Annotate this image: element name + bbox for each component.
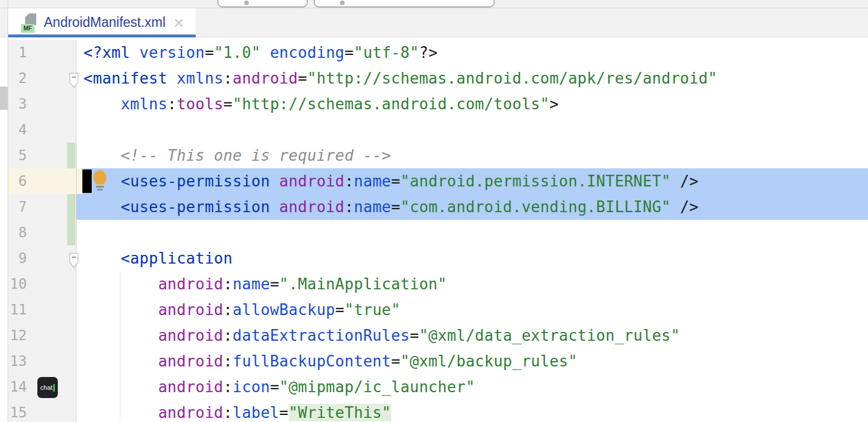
code-text: android:icon="@mipmap/ic_launcher" <box>84 378 475 396</box>
line-number[interactable]: 11 <box>8 297 27 323</box>
code-line[interactable]: 4 <box>8 117 868 143</box>
code-text-cell[interactable]: <application <box>77 245 868 271</box>
bulb-base-line <box>96 186 104 188</box>
line-number[interactable]: 1 <box>8 40 27 65</box>
code-line[interactable]: 9 <application <box>8 245 868 271</box>
tab-androidmanifest[interactable]: MF AndroidManifest.xml × <box>8 8 196 37</box>
vcs-change-marker[interactable] <box>67 220 75 245</box>
line-number[interactable]: 13 <box>8 348 27 374</box>
gutter-cell: 10 <box>8 271 77 297</box>
bulb-head <box>93 170 106 185</box>
code-text-cell[interactable]: android:icon="@mipmap/ic_launcher" <box>77 374 868 400</box>
code-text: android:fullBackupContent="@xml/backup_r… <box>84 352 578 370</box>
code-line[interactable]: 12 android:dataExtractionRules="@xml/dat… <box>8 323 868 348</box>
line-number[interactable]: 10 <box>8 271 27 297</box>
tab-title: AndroidManifest.xml <box>44 15 165 30</box>
vcs-change-marker[interactable] <box>67 194 75 220</box>
code-line[interactable]: 11 android:allowBackup="true" <box>8 297 868 323</box>
line-number[interactable]: 9 <box>8 245 27 271</box>
top-strip <box>0 0 868 8</box>
gutter-cell: 7 <box>8 194 77 220</box>
line-number[interactable]: 6 <box>8 168 27 194</box>
line-number[interactable]: 7 <box>8 194 27 220</box>
line-number[interactable]: 2 <box>8 65 27 91</box>
cropped-field-2[interactable] <box>314 0 495 8</box>
gutter-cell: 4 <box>8 117 77 143</box>
code-text-cell[interactable]: android:fullBackupContent="@xml/backup_r… <box>77 348 868 374</box>
code-line[interactable]: 3 xmlns:tools="http://schemas.android.co… <box>8 91 868 117</box>
gutter-cell: 2 <box>8 65 77 91</box>
line-number[interactable]: 12 <box>8 323 27 348</box>
editor[interactable]: 1<?xml version="1.0" encoding="utf-8"?>2… <box>8 37 868 422</box>
field-dot-icon <box>340 1 345 5</box>
code-line[interactable]: 10 android:name=".MainApplication" <box>8 271 868 297</box>
code-text-cell[interactable]: <uses-permission android:name="android.p… <box>77 168 868 194</box>
code-text: android:name=".MainApplication" <box>84 275 447 293</box>
code-line[interactable]: 15 android:label="WriteThis" <box>8 400 868 422</box>
gutter-cell: 12 <box>8 323 77 348</box>
field-dot-icon <box>244 1 249 5</box>
code-line[interactable]: 13 android:fullBackupContent="@xml/backu… <box>8 348 868 374</box>
left-strip <box>0 0 8 422</box>
line-number[interactable]: 14 <box>8 374 27 400</box>
vcs-change-marker[interactable] <box>67 143 75 168</box>
editor-tab-bar: MF AndroidManifest.xml × <box>0 8 868 37</box>
code-text-cell[interactable]: <?xml version="1.0" encoding="utf-8"?> <box>77 40 868 65</box>
line-number[interactable]: 5 <box>8 143 27 168</box>
gutter-cell: 15 <box>8 400 77 422</box>
code-text: <?xml version="1.0" encoding="utf-8"?> <box>84 44 438 61</box>
code-text: xmlns:tools="http://schemas.android.com/… <box>84 95 559 113</box>
code-text: android:label="WriteThis" <box>84 404 391 421</box>
mf-badge: MF <box>21 24 34 33</box>
code-text-cell[interactable]: <!-- This one is required --> <box>77 143 868 168</box>
gutter-cell: 3 <box>8 91 77 117</box>
code-line[interactable]: 1<?xml version="1.0" encoding="utf-8"?> <box>8 40 868 65</box>
manifest-file-icon: MF <box>21 13 36 33</box>
line-number[interactable]: 8 <box>8 220 27 245</box>
line-number[interactable]: 4 <box>8 117 27 143</box>
intention-bulb-icon[interactable] <box>93 170 107 192</box>
fold-marker-icon[interactable] <box>69 72 79 88</box>
file-shape <box>25 13 36 25</box>
code-text-cell[interactable]: android:allowBackup="true" <box>77 297 868 323</box>
code-text-cell[interactable]: xmlns:tools="http://schemas.android.com/… <box>77 91 868 117</box>
code-line[interactable]: 8 <box>8 220 868 245</box>
active-tab-indicator <box>8 34 196 37</box>
gutter-cell: 5 <box>8 143 77 168</box>
code-text-cell[interactable]: android:label="WriteThis" <box>77 400 868 422</box>
chat-badge[interactable]: chat <box>37 377 58 398</box>
line-number[interactable]: 15 <box>8 400 27 422</box>
code-text: <uses-permission android:name="android.p… <box>84 172 699 190</box>
match-highlight: "WriteThis" <box>289 404 391 421</box>
code-text: <!-- This one is required --> <box>84 147 391 164</box>
code-text: <manifest xmlns:android="http://schemas.… <box>84 70 717 87</box>
left-scrollbar-thumb[interactable] <box>0 87 8 110</box>
gutter-cell: 9 <box>8 245 77 271</box>
cropped-field-1[interactable] <box>217 0 308 8</box>
code-text-cell[interactable] <box>77 220 868 245</box>
code-text-cell[interactable]: <uses-permission android:name="com.andro… <box>77 194 868 220</box>
code-line[interactable]: 7 <uses-permission android:name="com.and… <box>8 194 868 220</box>
code-text-cell[interactable]: android:dataExtractionRules="@xml/data_e… <box>77 323 868 348</box>
fold-marker-icon[interactable] <box>69 252 79 268</box>
code-text-cell[interactable] <box>77 117 868 143</box>
chat-caret <box>53 384 55 392</box>
code-text: <application <box>84 250 232 267</box>
bulb-base-line <box>97 189 103 191</box>
close-icon[interactable]: × <box>173 17 184 29</box>
code-text-cell[interactable]: <manifest xmlns:android="http://schemas.… <box>77 65 868 91</box>
line-number[interactable]: 3 <box>8 91 27 117</box>
chat-badge-label: chat <box>40 384 53 391</box>
code-text: android:dataExtractionRules="@xml/data_e… <box>84 327 680 344</box>
gutter-cell: 6 <box>8 168 77 194</box>
code-line[interactable]: 6 <uses-permission android:name="android… <box>8 168 868 194</box>
gutter-cell: 11 <box>8 297 77 323</box>
code-line[interactable]: 14 android:icon="@mipmap/ic_launcher" <box>8 374 868 400</box>
gutter-cell: 1 <box>8 40 77 65</box>
code-text: android:allowBackup="true" <box>84 301 401 319</box>
code-line[interactable]: 5 <!-- This one is required --> <box>8 143 868 168</box>
caret <box>82 170 92 193</box>
code-text-cell[interactable]: android:name=".MainApplication" <box>77 271 868 297</box>
code-line[interactable]: 2<manifest xmlns:android="http://schemas… <box>8 65 868 91</box>
gutter-cell: 13 <box>8 348 77 374</box>
